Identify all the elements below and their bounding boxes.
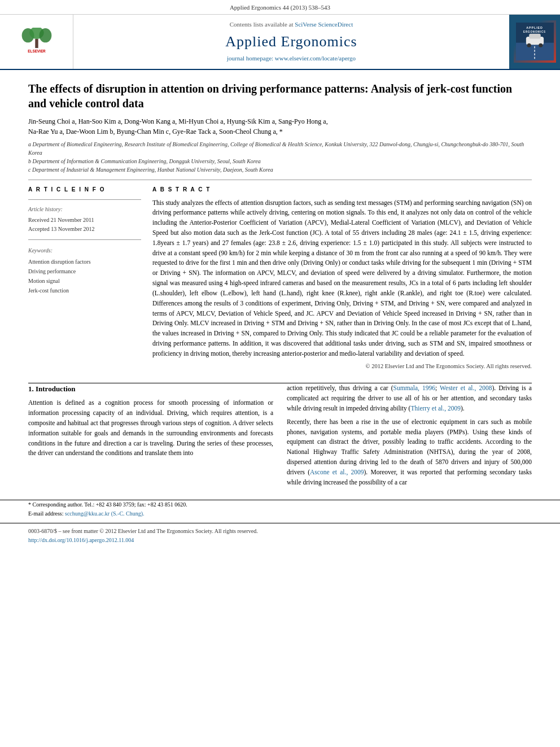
- keyword-4: Jerk-cost function: [28, 286, 141, 295]
- affiliations: a Department of Biomedical Engineering, …: [28, 140, 532, 174]
- section-1-heading: 1. Introduction: [28, 383, 273, 395]
- journal-homepage-link[interactable]: journal homepage: www.elsevier.com/locat…: [227, 55, 356, 62]
- body-col-right: action repetitively, thus driving a car …: [287, 383, 532, 491]
- sciverse-link[interactable]: SciVerse ScienceDirect: [295, 21, 353, 28]
- svg-point-3: [39, 28, 51, 42]
- intro-para-1: Attention is defined as a cognition proc…: [28, 398, 273, 458]
- article-title: The effects of disruption in attention o…: [28, 81, 532, 111]
- ref-wester[interactable]: Wester et al., 2008: [440, 385, 492, 391]
- ref-summala[interactable]: Summala, 1996: [393, 385, 435, 391]
- keyword-3: Motion signal: [28, 276, 141, 286]
- svg-point-13: [539, 43, 542, 47]
- svg-text:ELSEVIER: ELSEVIER: [28, 49, 46, 53]
- sciverse-prefix: Contents lists available at: [230, 21, 294, 28]
- divider-2: [28, 199, 141, 200]
- article-history-label: Article history:: [28, 206, 141, 213]
- svg-point-12: [527, 43, 531, 47]
- abstract-text: This study analyzes the effects of atten…: [152, 198, 532, 359]
- svg-text:APPLIED: APPLIED: [526, 26, 542, 29]
- article-info-abstract-section: A R T I C L E I N F O Article history: R…: [28, 186, 532, 371]
- cover-svg: APPLIED ERGONOMICS: [514, 23, 556, 60]
- journal-reference-bar: Applied Ergonomics 44 (2013) 538–543: [0, 0, 560, 15]
- doi-link[interactable]: http://dx.doi.org/10.1016/j.apergo.2012.…: [28, 537, 134, 543]
- keyword-2: Driving performance: [28, 267, 141, 276]
- abstract-heading: A B S T R A C T: [152, 186, 532, 194]
- divider-1: [28, 180, 532, 180]
- journal-cover-image: APPLIED ERGONOMICS: [514, 20, 556, 63]
- svg-text:ERGONOMICS: ERGONOMICS: [523, 30, 546, 33]
- affiliation-a: a Department of Biomedical Engineering, …: [28, 140, 532, 157]
- authors-line2: Na-Rae Yu a, Dae-Woon Lim b, Byung-Chan …: [28, 128, 283, 136]
- journal-cover: APPLIED ERGONOMICS: [509, 15, 560, 68]
- divider-3: [28, 239, 141, 240]
- authors-line1: Jin-Seung Choi a, Han-Soo Kim a, Dong-Wo…: [28, 117, 328, 125]
- svg-rect-4: [35, 39, 38, 48]
- journal-homepage: journal homepage: www.elsevier.com/locat…: [227, 54, 356, 63]
- journal-title: Applied Ergonomics: [225, 32, 357, 52]
- footnote-email: E-mail address: scchung@kku.ac.kr (S.-C.…: [28, 509, 532, 518]
- intro-para-3: Recently, there has been a rise in the u…: [287, 417, 532, 488]
- keywords-section: Keywords: Attention disruption factors D…: [28, 247, 141, 295]
- keyword-1: Attention disruption factors: [28, 257, 141, 267]
- elsevier-logo-area: ELSEVIER: [0, 15, 73, 68]
- main-content: The effects of disruption in attention o…: [0, 70, 560, 377]
- svg-rect-11: [529, 34, 541, 39]
- authors: Jin-Seung Choi a, Han-Soo Kim a, Dong-Wo…: [28, 116, 532, 137]
- elsevier-tree-icon: ELSEVIER: [17, 28, 56, 56]
- journal-ref-text: Applied Ergonomics 44 (2013) 538–543: [230, 4, 330, 11]
- received-date: Received 21 November 2011: [28, 216, 141, 225]
- accepted-date: Accepted 13 November 2012: [28, 225, 141, 234]
- elsevier-logo: ELSEVIER: [17, 28, 56, 56]
- email-link[interactable]: scchung@kku.ac.kr (S.-C. Chung).: [65, 510, 145, 517]
- intro-para-2: action repetitively, thus driving a car …: [287, 383, 532, 413]
- ref-thierry[interactable]: Thierry et al., 2009: [410, 405, 460, 412]
- keywords-label: Keywords:: [28, 247, 141, 255]
- article-info-heading: A R T I C L E I N F O: [28, 186, 141, 194]
- footer-doi: http://dx.doi.org/10.1016/j.apergo.2012.…: [28, 536, 532, 545]
- affiliation-c: c Department of Industrial & Management …: [28, 165, 532, 174]
- journal-header: ELSEVIER Contents lists available at Sci…: [0, 15, 560, 69]
- journal-header-main: Contents lists available at SciVerse Sci…: [73, 15, 509, 68]
- page-footer: 0003-6870/$ – see front matter © 2012 El…: [0, 523, 560, 548]
- article-info-column: A R T I C L E I N F O Article history: R…: [28, 186, 141, 371]
- footer-issn: 0003-6870/$ – see front matter © 2012 El…: [28, 527, 532, 536]
- copyright-line: © 2012 Elsevier Ltd and The Ergonomics S…: [152, 362, 532, 371]
- abstract-column: A B S T R A C T This study analyzes the …: [152, 186, 532, 371]
- footnotes-area: * Corresponding author. Tel.: +82 43 840…: [0, 500, 560, 518]
- body-content: 1. Introduction Attention is defined as …: [0, 383, 560, 491]
- affiliation-b: b Department of Information & Communicat…: [28, 157, 532, 165]
- ref-ascone[interactable]: Ascone et al., 2009: [310, 469, 364, 475]
- sciverse-line: Contents lists available at SciVerse Sci…: [230, 20, 353, 29]
- body-col-left: 1. Introduction Attention is defined as …: [28, 383, 273, 491]
- footnote-corresponding: * Corresponding author. Tel.: +82 43 840…: [28, 500, 532, 509]
